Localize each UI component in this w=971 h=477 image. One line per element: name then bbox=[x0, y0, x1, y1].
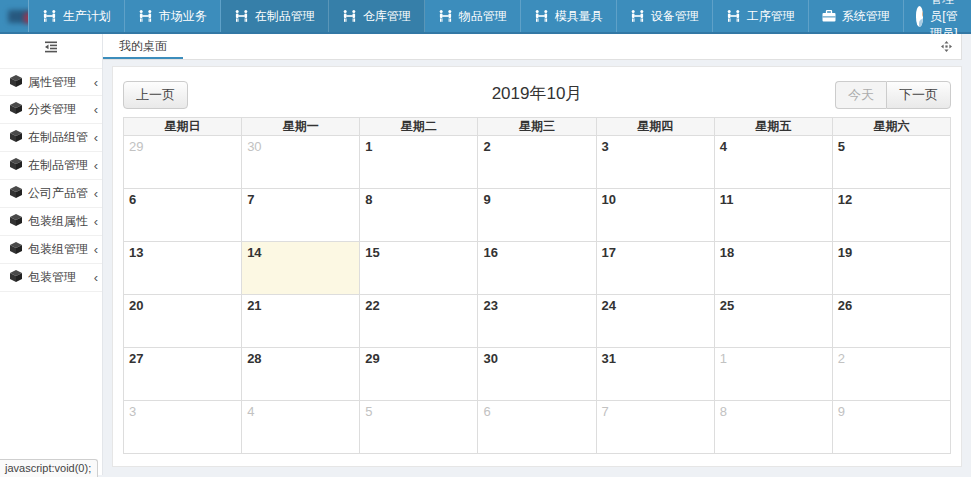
next-page-button[interactable]: 下一页 bbox=[886, 81, 951, 109]
user-avatar-icon bbox=[916, 6, 924, 27]
weekday-header: 星期五 bbox=[714, 118, 832, 136]
sidebar-item-label: 在制品管理 bbox=[28, 157, 88, 174]
calendar-day-cell[interactable]: 3 bbox=[596, 136, 714, 189]
nav-item-1[interactable]: 市场业务 bbox=[125, 0, 221, 32]
sidebar-item-3[interactable]: 在制品管理 ‹ bbox=[0, 152, 102, 180]
calendar-day-cell[interactable]: 31 bbox=[596, 348, 714, 401]
calendar-day-cell[interactable]: 11 bbox=[714, 189, 832, 242]
calendar-day-cell[interactable]: 6 bbox=[124, 189, 242, 242]
calendar-day-cell[interactable]: 28 bbox=[242, 348, 360, 401]
calendar-day-cell[interactable]: 7 bbox=[596, 401, 714, 454]
outdent-icon bbox=[44, 39, 58, 57]
calendar-day-cell[interactable]: 12 bbox=[832, 189, 950, 242]
calendar-day-cell[interactable]: 4 bbox=[242, 401, 360, 454]
cube-icon bbox=[10, 102, 22, 117]
calendar-day-cell[interactable]: 19 bbox=[832, 242, 950, 295]
cube-icon bbox=[10, 270, 22, 285]
calendar-day-cell[interactable]: 4 bbox=[714, 136, 832, 189]
calendar-day-cell[interactable]: 30 bbox=[478, 348, 596, 401]
today-button[interactable]: 今天 bbox=[835, 81, 886, 109]
calendar-day-cell[interactable]: 9 bbox=[478, 189, 596, 242]
nav-item-6[interactable]: 设备管理 bbox=[617, 0, 713, 32]
calendar-day-cell[interactable]: 22 bbox=[360, 295, 478, 348]
calendar-day-cell[interactable]: 15 bbox=[360, 242, 478, 295]
nav-item-2[interactable]: 在制品管理 bbox=[221, 0, 329, 32]
calendar-day-cell[interactable]: 24 bbox=[596, 295, 714, 348]
calendar-day-cell-today[interactable]: 14 bbox=[242, 242, 360, 295]
workers-icon bbox=[234, 10, 249, 22]
prev-page-button[interactable]: 上一页 bbox=[123, 81, 188, 109]
sidebar-collapse-button[interactable] bbox=[0, 34, 102, 62]
sidebar-item-label: 包装组管理 bbox=[28, 241, 88, 258]
app-logo[interactable] bbox=[0, 0, 29, 32]
calendar-grid: 星期日星期一星期二星期三星期四星期五星期六 293012345678910111… bbox=[123, 117, 951, 454]
workers-icon bbox=[438, 10, 453, 22]
nav-menu: 生产计划 市场业务 在制品管理 仓库管理 物品管理 模具量具 设备管理 工序管理… bbox=[29, 0, 904, 32]
calendar-day-cell[interactable]: 25 bbox=[714, 295, 832, 348]
chevron-left-icon: ‹ bbox=[94, 215, 98, 228]
cube-icon bbox=[10, 75, 22, 90]
weekday-header: 星期三 bbox=[478, 118, 596, 136]
fullscreen-button[interactable] bbox=[941, 34, 961, 59]
logo-blur-block bbox=[24, 13, 29, 23]
calendar-day-cell[interactable]: 27 bbox=[124, 348, 242, 401]
nav-item-3[interactable]: 仓库管理 bbox=[329, 0, 425, 32]
calendar-day-cell[interactable]: 8 bbox=[714, 401, 832, 454]
nav-item-8[interactable]: 系统管理 bbox=[809, 0, 904, 32]
calendar-day-cell[interactable]: 6 bbox=[478, 401, 596, 454]
sidebar-item-7[interactable]: 包装管理 ‹ bbox=[0, 264, 102, 292]
calendar-day-cell[interactable]: 30 bbox=[242, 136, 360, 189]
sidebar-item-5[interactable]: 包装组属性管理 ‹ bbox=[0, 208, 102, 236]
calendar-day-cell[interactable]: 21 bbox=[242, 295, 360, 348]
sidebar-item-4[interactable]: 公司产品管理 ‹ bbox=[0, 180, 102, 208]
calendar-day-cell[interactable]: 1 bbox=[714, 348, 832, 401]
calendar-day-cell[interactable]: 10 bbox=[596, 189, 714, 242]
sidebar-item-1[interactable]: 分类管理 ‹ bbox=[0, 96, 102, 124]
calendar-day-cell[interactable]: 29 bbox=[124, 136, 242, 189]
calendar-day-cell[interactable]: 17 bbox=[596, 242, 714, 295]
calendar-day-cell[interactable]: 18 bbox=[714, 242, 832, 295]
tab-my-desktop[interactable]: 我的桌面 bbox=[103, 34, 183, 59]
nav-item-4[interactable]: 物品管理 bbox=[425, 0, 521, 32]
weekday-header: 星期日 bbox=[124, 118, 242, 136]
workers-icon bbox=[630, 10, 645, 22]
calendar-day-cell[interactable]: 29 bbox=[360, 348, 478, 401]
nav-item-7[interactable]: 工序管理 bbox=[713, 0, 809, 32]
chevron-left-icon: ‹ bbox=[94, 131, 98, 144]
sidebar-item-label: 公司产品管理 bbox=[28, 185, 88, 202]
workers-icon bbox=[42, 10, 57, 22]
nav-item-5[interactable]: 模具量具 bbox=[521, 0, 617, 32]
calendar-day-cell[interactable]: 9 bbox=[832, 401, 950, 454]
calendar-day-cell[interactable]: 20 bbox=[124, 295, 242, 348]
cube-icon bbox=[10, 214, 22, 229]
sidebar-item-label: 包装管理 bbox=[28, 269, 88, 286]
tab-bar: 我的桌面 bbox=[103, 34, 962, 60]
calendar-day-cell[interactable]: 8 bbox=[360, 189, 478, 242]
calendar-day-cell[interactable]: 2 bbox=[478, 136, 596, 189]
calendar-day-cell[interactable]: 26 bbox=[832, 295, 950, 348]
weekday-header: 星期一 bbox=[242, 118, 360, 136]
calendar-day-cell[interactable]: 23 bbox=[478, 295, 596, 348]
chevron-left-icon: ‹ bbox=[94, 243, 98, 256]
calendar-day-cell[interactable]: 5 bbox=[832, 136, 950, 189]
sidebar-item-6[interactable]: 包装组管理 ‹ bbox=[0, 236, 102, 264]
main-area: 属性管理 ‹ 分类管理 ‹ 在制品组管理 ‹ bbox=[0, 34, 971, 475]
calendar-day-cell[interactable]: 5 bbox=[360, 401, 478, 454]
calendar-day-cell[interactable]: 1 bbox=[360, 136, 478, 189]
calendar-day-cell[interactable]: 13 bbox=[124, 242, 242, 295]
calendar-day-cell[interactable]: 2 bbox=[832, 348, 950, 401]
calendar-day-cell[interactable]: 3 bbox=[124, 401, 242, 454]
workers-icon bbox=[726, 10, 741, 22]
user-menu[interactable]: 管理员[管理员] bbox=[904, 0, 971, 32]
cube-icon bbox=[10, 130, 22, 145]
cube-icon bbox=[10, 158, 22, 173]
sidebar-item-label: 在制品组管理 bbox=[28, 129, 88, 146]
calendar-day-cell[interactable]: 16 bbox=[478, 242, 596, 295]
workers-icon bbox=[138, 10, 153, 22]
calendar-day-cell[interactable]: 7 bbox=[242, 189, 360, 242]
chevron-left-icon: ‹ bbox=[94, 103, 98, 116]
sidebar-item-2[interactable]: 在制品组管理 ‹ bbox=[0, 124, 102, 152]
sidebar-item-0[interactable]: 属性管理 ‹ bbox=[0, 68, 102, 96]
nav-item-0[interactable]: 生产计划 bbox=[29, 0, 125, 32]
workers-icon bbox=[342, 10, 357, 22]
